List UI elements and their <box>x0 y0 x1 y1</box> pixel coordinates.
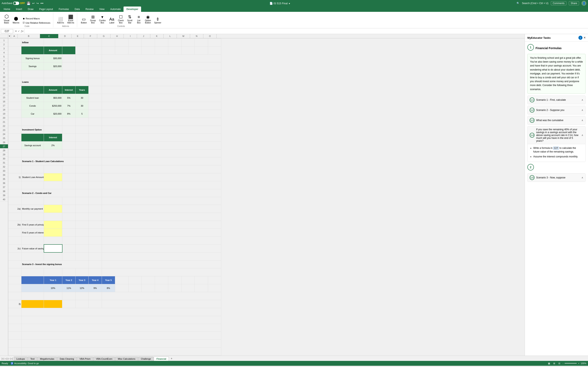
cell-G19-O19[interactable] <box>102 181 221 189</box>
cell-L2[interactable] <box>168 46 182 54</box>
cell-A17[interactable] <box>8 165 21 173</box>
row-num-30[interactable]: 30 <box>0 157 8 161</box>
cell-D31[interactable]: Year 2 <box>62 276 76 284</box>
row-num-40[interactable]: 40 <box>0 197 8 201</box>
tab-insert[interactable]: Insert <box>13 7 25 12</box>
cell-E21[interactable] <box>76 197 89 205</box>
label-control-button[interactable]: Aa Label <box>108 16 116 25</box>
row-num-23[interactable]: 23 <box>0 128 8 132</box>
search-placeholder[interactable]: Search (Cmd + Ctrl + U) <box>522 2 548 5</box>
row-num-8[interactable]: 8 <box>0 67 8 71</box>
cell-O2[interactable] <box>208 46 221 54</box>
cell-E4[interactable] <box>76 62 89 70</box>
cell-ref-C27[interactable]: C27 <box>553 147 559 150</box>
task-header-1-2[interactable]: 1.2 Scenario 2 - Suppose you ∧ <box>527 106 585 114</box>
cell-A4[interactable] <box>8 62 21 70</box>
cell-A11[interactable] <box>8 118 21 125</box>
cell-B15[interactable] <box>21 150 44 157</box>
cell-B37-O37[interactable] <box>21 324 221 332</box>
cell-F9[interactable] <box>89 102 102 110</box>
cell-D10[interactable]: 8% <box>62 110 76 118</box>
col-header-G[interactable]: G <box>97 34 111 38</box>
cell-B14[interactable]: Savings account <box>21 142 44 150</box>
cell-A24[interactable]: 2b) <box>8 221 21 229</box>
cell-B5[interactable] <box>21 70 44 78</box>
cell-E32[interactable]: 12% <box>76 284 89 292</box>
cell-C22[interactable] <box>44 205 62 213</box>
row-num-19[interactable]: 19 <box>0 112 8 116</box>
cell-A37[interactable] <box>8 324 21 332</box>
add-sheet-button[interactable]: + <box>169 356 174 361</box>
cell-B39-O39[interactable] <box>21 340 221 348</box>
cell-F13[interactable] <box>89 133 102 142</box>
cell-K32[interactable] <box>155 284 168 292</box>
cell-E20[interactable] <box>76 189 89 197</box>
cell-F26[interactable] <box>89 236 102 244</box>
cell-D32[interactable]: 11% <box>62 284 76 292</box>
cell-C4[interactable]: $20,000 <box>44 62 62 70</box>
cell-C23[interactable] <box>44 213 62 221</box>
col-header-F[interactable]: F <box>84 34 97 38</box>
cell-N2[interactable] <box>195 46 208 54</box>
cell-C6[interactable] <box>44 78 62 86</box>
cell-A2[interactable] <box>8 46 21 54</box>
cell-E25[interactable] <box>76 229 89 237</box>
cell-C8[interactable]: $50,000 <box>44 94 62 102</box>
cell-F19[interactable] <box>89 181 102 189</box>
cell-E28[interactable] <box>76 252 89 260</box>
cell-G14-O14[interactable] <box>102 142 221 150</box>
cell-B35-O35[interactable] <box>21 308 221 316</box>
cell-D12[interactable] <box>62 125 76 133</box>
cell-G17-O17[interactable] <box>102 165 221 173</box>
cell-B23[interactable] <box>21 213 44 221</box>
cell-E24[interactable] <box>76 221 89 229</box>
cell-C3[interactable]: $30,000 <box>44 54 62 62</box>
cell-A23[interactable] <box>8 213 21 221</box>
cell-E8[interactable]: 30 <box>76 94 89 102</box>
row-num-31[interactable]: 31 <box>0 161 8 165</box>
cell-A26[interactable] <box>8 236 21 244</box>
row-num-24[interactable]: 24 <box>0 132 8 136</box>
use-relative-refs-button[interactable]: ☑ Use Relative References <box>21 21 52 25</box>
sheet-tab-misc[interactable]: Misc Calculations <box>115 357 138 361</box>
cell-D28[interactable] <box>62 252 76 260</box>
row-num-28[interactable]: 28 <box>0 149 8 152</box>
cell-G28-O28[interactable] <box>102 252 221 260</box>
cell-B9[interactable]: Condo <box>21 102 44 110</box>
zoom-in-button[interactable]: + <box>578 362 579 365</box>
col-header-J[interactable]: J <box>137 34 150 38</box>
cell-B12[interactable]: Investment Option <box>21 125 44 133</box>
cell-E13[interactable] <box>76 133 89 142</box>
cell-B40-O40[interactable] <box>21 348 221 356</box>
cell-C14[interactable]: 2% <box>44 142 62 150</box>
cell-E27[interactable] <box>76 244 89 252</box>
cell-D18[interactable] <box>62 173 76 181</box>
task-header-1-3[interactable]: 1.3 What was the cumulative ∧ <box>527 116 585 124</box>
cell-D26[interactable] <box>62 236 76 244</box>
cell-G10-O10[interactable] <box>102 110 221 118</box>
cell-H1[interactable] <box>115 39 129 47</box>
cell-D15[interactable] <box>62 150 76 157</box>
col-header-L[interactable]: L <box>164 34 177 38</box>
cell-E19[interactable] <box>76 181 89 189</box>
cell-D19[interactable] <box>62 181 76 189</box>
row-num-20[interactable]: 20 <box>0 116 8 120</box>
cell-A29[interactable] <box>8 260 21 268</box>
col-header-N[interactable]: N <box>190 34 203 38</box>
name-box[interactable]: C27 <box>1 29 13 33</box>
cell-D34[interactable] <box>62 300 76 308</box>
sheet-tab-financial[interactable]: Financial <box>154 357 169 361</box>
col-header-K[interactable]: K <box>150 34 164 38</box>
cell-F5[interactable] <box>89 70 102 78</box>
cell-A10[interactable] <box>8 110 21 118</box>
cell-G16-O16[interactable] <box>102 157 221 165</box>
cell-F24[interactable] <box>89 221 102 229</box>
cell-G5-O5[interactable] <box>102 70 221 78</box>
row-num-12[interactable]: 12 <box>0 83 8 87</box>
cell-E10[interactable]: 5 <box>76 110 89 118</box>
cell-B17[interactable] <box>21 165 44 173</box>
cell-A18[interactable]: 1) <box>8 173 21 181</box>
row-num-34[interactable]: 34 <box>0 173 8 177</box>
task-header-1-1[interactable]: 1.1 Scenario 1 - First, calculate ∧ <box>527 96 585 104</box>
cell-A5[interactable] <box>8 70 21 78</box>
